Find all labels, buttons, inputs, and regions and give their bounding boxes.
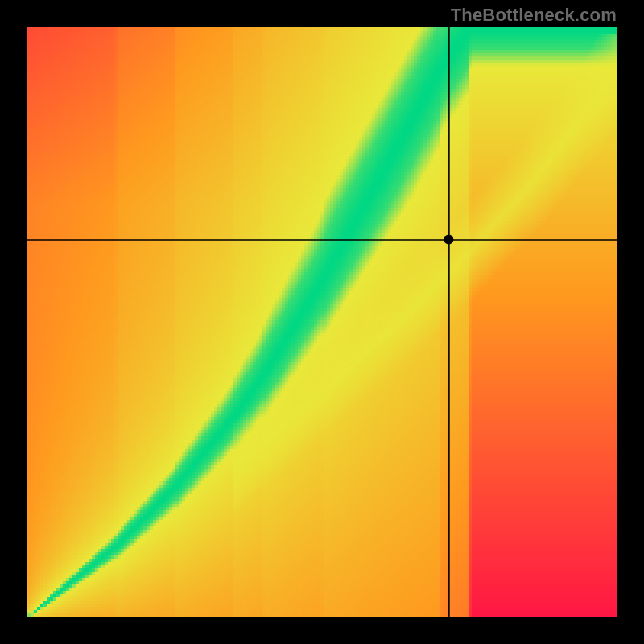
watermark-text: TheBottleneck.com [451,5,617,26]
crosshair-overlay [27,27,617,617]
chart-frame [27,27,617,617]
